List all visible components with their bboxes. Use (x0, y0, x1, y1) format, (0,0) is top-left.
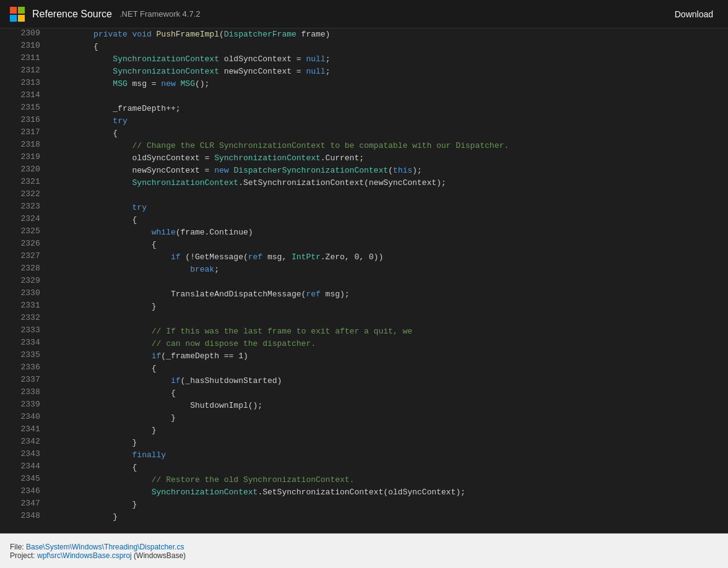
code-token: this (393, 166, 412, 175)
code-token: { (55, 389, 176, 398)
line-code: TranslateAndDispatchMessage(ref msg); (50, 288, 728, 301)
line-number: 2312 (0, 66, 50, 78)
type-link[interactable]: MSG (181, 79, 195, 88)
line-number: 2348 (0, 511, 50, 523)
table-row: 2319 oldSyncContext = SynchronizationCon… (0, 152, 728, 165)
code-token: (_hasShutdownStarted) (181, 376, 282, 385)
code-token: newSyncContext = (219, 67, 306, 76)
code-token: while (152, 228, 176, 237)
header: Reference Source .NET Framework 4.7.2 Do… (0, 0, 728, 28)
code-token: if (171, 252, 181, 262)
file-path-link[interactable]: Base\System\Windows\Threading\Dispatcher… (26, 543, 184, 551)
table-row: 2323 try (0, 202, 728, 214)
type-link[interactable]: DispatcherSynchronizationContext (233, 166, 388, 175)
code-token: msg); (321, 290, 350, 299)
project-path-link[interactable]: wpf\src\WindowsBase.csproj (37, 551, 132, 560)
code-token: ; (214, 265, 219, 274)
code-token (55, 252, 171, 262)
table-row: 2326 { (0, 239, 728, 251)
line-code: newSyncContext = new DispatcherSynchroni… (50, 165, 728, 177)
line-code: } (50, 499, 728, 511)
line-number: 2332 (0, 313, 50, 325)
line-code: if (!GetMessage(ref msg, IntPtr.Zero, 0,… (50, 251, 728, 264)
line-code: try (50, 202, 728, 214)
line-code: if(_hasShutdownStarted) (50, 375, 728, 387)
table-row: 2310 { (0, 41, 728, 53)
code-token: { (55, 364, 157, 373)
table-row: 2314 (0, 90, 728, 103)
table-row: 2343 finally (0, 449, 728, 462)
table-row: 2309 private void PushFrameImpl(Dispatch… (0, 28, 728, 41)
code-token (55, 67, 113, 76)
code-token: } (55, 302, 157, 311)
code-token: } (55, 512, 118, 522)
line-code: SynchronizationContext newSyncContext = … (50, 66, 728, 78)
table-row: 2324 { (0, 214, 728, 226)
line-code: // If this was the last frame to exit af… (50, 325, 728, 338)
code-token: ref (306, 290, 320, 299)
line-number: 2319 (0, 152, 50, 165)
line-number: 2334 (0, 338, 50, 350)
table-row: 2328 break; (0, 264, 728, 276)
code-token: } (55, 500, 137, 509)
line-number: 2340 (0, 412, 50, 424)
code-token: frame) (297, 30, 331, 39)
code-token (55, 178, 132, 187)
type-link[interactable]: SynchronizationContext (132, 178, 239, 187)
table-row: 2335 if(_frameDepth == 1) (0, 350, 728, 363)
code-token: { (55, 463, 137, 472)
table-row: 2331 } (0, 301, 728, 313)
line-code: break; (50, 264, 728, 276)
line-number: 2341 (0, 424, 50, 437)
line-code: SynchronizationContext.SetSynchronizatio… (50, 177, 728, 189)
code-token (55, 228, 152, 237)
line-number: 2328 (0, 264, 50, 276)
line-number: 2321 (0, 177, 50, 189)
line-number: 2342 (0, 437, 50, 449)
table-row: 2341 } (0, 424, 728, 437)
code-token: .Current; (321, 153, 364, 163)
type-link[interactable]: IntPtr (292, 252, 321, 262)
line-number: 2310 (0, 41, 50, 53)
line-code: // Restore the old SynchronizationContex… (50, 474, 728, 486)
line-number: 2336 (0, 363, 50, 375)
line-code: { (50, 363, 728, 375)
line-number: 2316 (0, 115, 50, 127)
table-row: 2348 } (0, 511, 728, 523)
code-token (55, 116, 113, 126)
code-token: if (152, 351, 162, 361)
line-number: 2347 (0, 499, 50, 511)
type-link[interactable]: SynchronizationContext (214, 153, 321, 163)
type-link[interactable]: DispatcherFrame (224, 30, 297, 39)
download-button[interactable]: Download (670, 7, 718, 22)
line-number: 2338 (0, 387, 50, 400)
code-token: ; (326, 54, 331, 64)
code-token: } (55, 413, 176, 423)
code-container: 2309 private void PushFrameImpl(Dispatch… (0, 28, 728, 533)
type-link[interactable]: MSG (113, 79, 127, 88)
line-number: 2322 (0, 189, 50, 202)
table-row: 2336 { (0, 363, 728, 375)
code-token: (_frameDepth == 1) (161, 351, 248, 361)
code-token: { (55, 129, 118, 138)
code-token: null (306, 67, 325, 76)
line-number: 2318 (0, 140, 50, 152)
type-link[interactable]: SynchronizationContext (113, 54, 219, 64)
code-token: { (55, 215, 137, 225)
type-link[interactable]: SynchronizationContext (152, 488, 258, 497)
line-code: // can now dispose the dispatcher. (50, 338, 728, 350)
line-code: { (50, 41, 728, 53)
type-link[interactable]: SynchronizationContext (113, 67, 219, 76)
table-row: 2334 // can now dispose the dispatcher. (0, 338, 728, 350)
table-row: 2332 (0, 313, 728, 325)
line-code: SynchronizationContext oldSyncContext = … (50, 53, 728, 66)
line-code: while(frame.Continue) (50, 226, 728, 239)
line-code: // Change the CLR SynchronizationContext… (50, 140, 728, 152)
code-token: // Change the CLR SynchronizationContext… (132, 141, 509, 150)
table-row: 2339 ShutdownImpl(); (0, 400, 728, 412)
line-number: 2315 (0, 103, 50, 115)
table-row: 2313 MSG msg = new MSG(); (0, 78, 728, 90)
code-token: try (132, 203, 147, 212)
table-row: 2333 // If this was the last frame to ex… (0, 325, 728, 338)
line-code (50, 189, 728, 202)
